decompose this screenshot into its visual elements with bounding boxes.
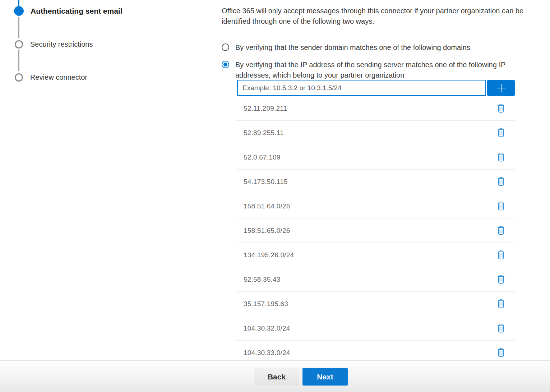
delete-ip-button[interactable] (497, 226, 505, 235)
wizard-steps-sidebar: Authenticating sent email Security restr… (0, 0, 196, 360)
radio-sender-domain-label[interactable]: By verifying that the sender domain matc… (235, 42, 470, 53)
ip-address-value: 52.11.209.211 (244, 105, 287, 112)
radio-sender-domain[interactable] (222, 43, 229, 51)
step-security-restrictions: Security restrictions (30, 40, 93, 49)
delete-ip-button[interactable] (497, 202, 505, 211)
step-authenticating-sent-email: Authenticating sent email (31, 6, 123, 16)
connector-wizard-page: Authenticating sent email Security restr… (0, 0, 550, 360)
ip-address-value: 35.157.195.63 (244, 300, 288, 308)
delete-ip-button[interactable] (497, 324, 505, 333)
step-upcoming-dot-icon (15, 73, 23, 82)
ip-address-value: 52.0.67.109 (244, 153, 281, 161)
ip-list-item: 52.89.255.11 (236, 121, 516, 145)
radio-ip-address[interactable] (222, 61, 229, 68)
delete-ip-button[interactable] (497, 128, 505, 138)
ip-address-list: 52.11.209.211 52.89.255.11 (236, 96, 516, 360)
ip-address-value: 104.30.32.0/24 (244, 324, 290, 332)
trash-icon (497, 348, 505, 357)
trash-icon (497, 250, 505, 259)
step-upcoming-dot-icon (15, 40, 23, 49)
trash-icon (497, 153, 505, 162)
delete-ip-button[interactable] (497, 104, 505, 113)
ip-address-value: 52.58.35.43 (244, 276, 281, 283)
ip-address-value: 54.173.50.115 (244, 178, 288, 186)
ip-address-input[interactable] (237, 80, 486, 96)
ip-list-item: 104.30.32.0/24 (236, 316, 516, 341)
ip-list-item: 134.195.26.0/24 (236, 243, 516, 267)
delete-ip-button[interactable] (497, 299, 505, 309)
ip-list-item: 158.51.64.0/26 (236, 194, 516, 218)
step-current-dot-icon (14, 6, 24, 16)
trash-icon (497, 324, 505, 333)
step-connector-line (18, 17, 19, 38)
ip-list-item: 54.173.50.115 (236, 170, 516, 194)
plus-icon (494, 81, 508, 95)
ip-entry-row (237, 80, 515, 96)
trash-icon (497, 275, 505, 284)
trash-icon (497, 299, 505, 308)
ip-list-item: 158.51.65.0/26 (236, 218, 516, 243)
ip-address-value: 158.51.65.0/26 (244, 227, 290, 235)
trash-icon (497, 202, 505, 211)
delete-ip-button[interactable] (497, 177, 505, 186)
option-row-ip-address[interactable]: By verifying that the IP address of the … (222, 60, 534, 80)
delete-ip-button[interactable] (497, 348, 505, 358)
ip-list-item: 104.30.33.0/24 (236, 341, 516, 360)
back-button[interactable]: Back (254, 368, 299, 386)
radio-ip-address-label[interactable]: By verifying that the IP address of the … (235, 60, 534, 80)
add-ip-button[interactable] (487, 80, 515, 96)
intro-text: Office 365 will only accept messages thr… (222, 6, 549, 27)
delete-ip-button[interactable] (497, 153, 505, 162)
ip-address-value: 134.195.26.0/24 (244, 251, 294, 259)
ip-list-item: 35.157.195.63 (236, 292, 516, 316)
delete-ip-button[interactable] (497, 275, 505, 284)
ip-address-value: 158.51.64.0/26 (244, 202, 290, 210)
wizard-footer: Back Next (0, 360, 550, 392)
trash-icon (497, 177, 505, 186)
ip-list-item: 52.58.35.43 (236, 267, 516, 292)
step-review-connector: Review connector (30, 73, 87, 82)
step-connector-line-completed (18, 0, 19, 6)
trash-icon (497, 226, 505, 235)
trash-icon (497, 104, 505, 113)
option-row-sender-domain[interactable]: By verifying that the sender domain matc… (222, 42, 470, 53)
ip-address-value: 52.89.255.11 (244, 129, 284, 137)
step-connector-line (18, 50, 19, 71)
trash-icon (497, 128, 505, 137)
ip-address-value: 104.30.33.0/24 (244, 349, 290, 357)
next-button[interactable]: Next (302, 368, 348, 386)
delete-ip-button[interactable] (497, 250, 505, 260)
sidebar-content-divider (196, 0, 196, 360)
ip-list-item: 52.0.67.109 (236, 145, 516, 170)
ip-list-item: 52.11.209.211 (236, 96, 516, 121)
